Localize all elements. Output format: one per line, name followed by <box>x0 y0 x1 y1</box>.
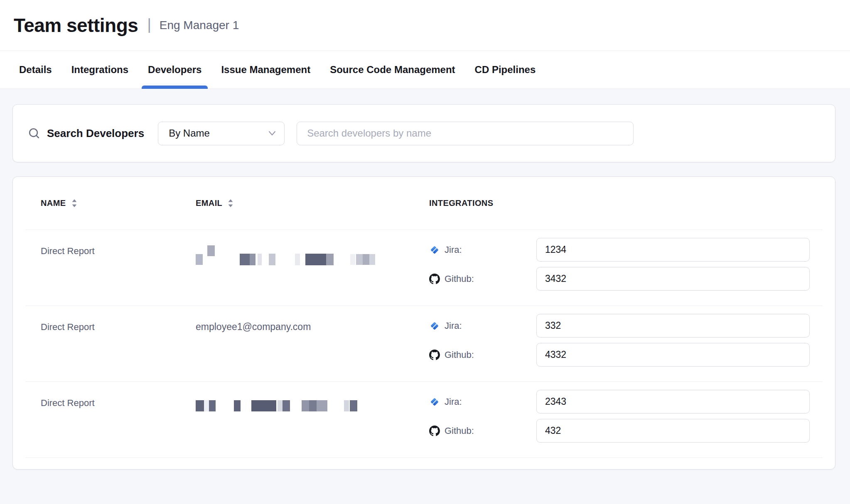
jira-label: Jira: <box>445 245 462 255</box>
github-label-group: Github: <box>429 350 536 360</box>
github-id-input[interactable] <box>536 343 810 367</box>
github-id-input[interactable] <box>536 267 810 291</box>
tab-details[interactable]: Details <box>13 51 58 88</box>
jira-label: Jira: <box>445 321 462 331</box>
redaction-block <box>283 400 290 411</box>
github-icon <box>429 274 440 284</box>
redaction-block <box>350 400 357 411</box>
redaction-block <box>326 254 334 265</box>
jira-label-group: Jira: <box>429 321 536 331</box>
redaction-block <box>207 245 215 256</box>
column-header-email[interactable]: EMAIL <box>196 198 429 208</box>
chevron-down-icon <box>268 131 276 136</box>
team-name: Eng Manager 1 <box>160 19 239 32</box>
developer-email: employee1@company.com <box>196 321 311 332</box>
redaction-block <box>350 254 355 265</box>
jira-integration-row: Jira: <box>429 314 810 338</box>
page-title: Team settings <box>14 14 138 37</box>
redaction-block <box>234 400 241 411</box>
developer-name-cell: Direct Report <box>41 382 196 458</box>
jira-icon <box>429 321 440 331</box>
github-icon <box>429 350 440 360</box>
redaction-block <box>250 254 255 265</box>
developers-table: NAME EMAIL <box>12 176 835 470</box>
search-label-group: Search Developers <box>28 127 144 140</box>
jira-integration-row: Jira: <box>429 238 810 262</box>
table-rows: Direct Report Jira: <box>25 230 823 458</box>
integrations-column-label: INTEGRATIONS <box>429 198 493 208</box>
jira-id-input[interactable] <box>536 390 810 413</box>
developer-email-cell <box>196 230 429 306</box>
page-header: Team settings | Eng Manager 1 <box>0 0 850 51</box>
sort-icon-email[interactable] <box>227 198 234 208</box>
team-settings-page: Team settings | Eng Manager 1 Details In… <box>0 0 850 504</box>
integrations-cell: Jira: Github: <box>429 230 823 306</box>
tab-issue-management[interactable]: Issue Management <box>215 51 317 88</box>
table-row: Direct Report Jira: <box>25 230 823 306</box>
github-label: Github: <box>445 350 474 360</box>
developer-email-cell: employee1@company.com <box>196 306 429 382</box>
redaction-block <box>251 400 276 411</box>
redacted-email <box>196 397 429 411</box>
search-filter-value: By Name <box>169 127 210 139</box>
developer-name-cell: Direct Report <box>41 230 196 306</box>
github-label-group: Github: <box>429 274 536 284</box>
github-integration-row: Github: <box>429 419 810 443</box>
search-icon <box>28 127 41 140</box>
redaction-block <box>344 400 349 411</box>
search-developers-input[interactable] <box>297 122 634 145</box>
column-header-integrations: INTEGRATIONS <box>429 198 823 208</box>
search-filter-select[interactable]: By Name <box>158 122 285 145</box>
integrations-cell: Jira: Github: <box>429 382 823 458</box>
developer-name: Direct Report <box>41 246 95 256</box>
developer-name: Direct Report <box>41 322 95 332</box>
integrations-cell: Jira: Github: <box>429 306 823 382</box>
sort-icon-name[interactable] <box>71 198 78 208</box>
content-area: Search Developers By Name NAME <box>0 89 850 504</box>
redaction-block <box>317 400 327 411</box>
table-row: Direct Report Jira: <box>25 382 823 458</box>
column-header-name[interactable]: NAME <box>41 198 196 208</box>
github-integration-row: Github: <box>429 343 810 367</box>
redaction-block <box>269 254 275 265</box>
redaction-block <box>369 254 375 265</box>
jira-id-input[interactable] <box>536 314 810 338</box>
redaction-block <box>196 254 203 265</box>
tab-cd-pipelines[interactable]: CD Pipelines <box>469 51 542 88</box>
redaction-block <box>295 254 300 265</box>
redaction-block <box>302 400 309 411</box>
github-icon <box>429 426 440 436</box>
redaction-block <box>278 400 283 411</box>
redaction-block <box>196 400 204 411</box>
github-label: Github: <box>445 274 474 284</box>
jira-label-group: Jira: <box>429 396 536 407</box>
jira-label-group: Jira: <box>429 245 536 255</box>
search-panel: Search Developers By Name <box>12 104 835 162</box>
github-id-input[interactable] <box>536 419 810 443</box>
github-label-group: Github: <box>429 426 536 436</box>
jira-id-input[interactable] <box>536 238 810 262</box>
jira-label: Jira: <box>445 396 462 407</box>
redaction-block <box>258 254 262 265</box>
github-integration-row: Github: <box>429 267 810 291</box>
redaction-block <box>309 400 317 411</box>
tab-developers[interactable]: Developers <box>142 51 208 88</box>
tab-bar: Details Integrations Developers Issue Ma… <box>0 51 850 89</box>
tab-source-code-management[interactable]: Source Code Management <box>324 51 461 88</box>
jira-icon <box>429 396 440 407</box>
title-separator: | <box>147 16 151 33</box>
redaction-block <box>305 254 326 265</box>
redaction-block <box>204 400 209 411</box>
jira-integration-row: Jira: <box>429 390 810 413</box>
developer-name: Direct Report <box>41 398 95 408</box>
redaction-block <box>240 254 250 265</box>
tab-integrations[interactable]: Integrations <box>65 51 135 88</box>
search-developers-label: Search Developers <box>47 127 144 140</box>
redaction-block <box>363 254 369 265</box>
name-column-label: NAME <box>41 198 66 208</box>
developer-email-cell <box>196 382 429 458</box>
redacted-email <box>196 245 429 265</box>
developer-name-cell: Direct Report <box>41 306 196 382</box>
table-row: Direct Report employee1@company.com Jira… <box>25 306 823 382</box>
jira-icon <box>429 245 440 255</box>
